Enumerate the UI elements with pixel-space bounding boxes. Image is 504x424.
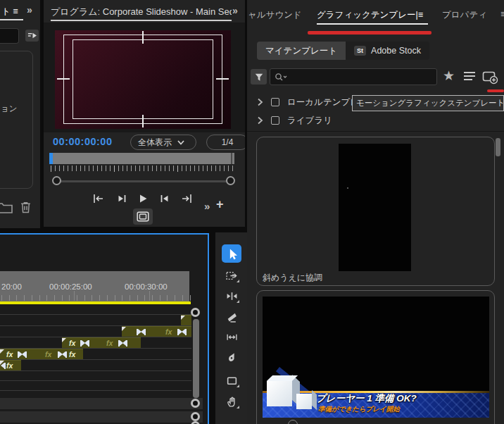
tree-checkbox[interactable] (271, 116, 279, 125)
ruler-tick (182, 295, 183, 301)
selection-tool[interactable] (222, 244, 241, 263)
transition-icon[interactable] (80, 340, 89, 347)
panel-scrollbar[interactable] (496, 138, 500, 156)
more-buttons-chevron[interactable]: » (204, 200, 208, 212)
razor-tool[interactable] (222, 307, 241, 325)
transition-icon[interactable] (18, 351, 27, 358)
viewer-zoom-scrollbar[interactable] (56, 180, 231, 182)
template-search-box[interactable] (270, 68, 437, 85)
tab-essential-sound-fragment[interactable]: ャルサウンド (248, 9, 302, 21)
favorites-star-icon[interactable]: ★ (443, 68, 455, 84)
panel-divider (209, 232, 215, 424)
timeline-clip[interactable]: fxfx (62, 337, 141, 348)
project-tab-fragment[interactable]: ト ≡ (1, 6, 18, 18)
adobe-stock-badge: St (354, 46, 366, 56)
jump-to-in-button[interactable] (92, 192, 105, 205)
scroll-zoom-handle[interactable] (191, 399, 200, 408)
timeline-clip[interactable]: fx (122, 326, 191, 337)
red-annotation-underline-install (487, 89, 504, 92)
ruler-tick (175, 295, 175, 301)
panel-overflow-chevron[interactable]: » (27, 4, 31, 15)
chevron-right-icon[interactable] (257, 98, 263, 106)
zoom-fit-value: 全体表示 (138, 137, 172, 149)
ruler-tick (169, 166, 170, 171)
new-bin-folder-icon[interactable] (0, 201, 13, 216)
adobe-stock-segment[interactable]: St Adobe Stock (346, 42, 429, 60)
zoom-handle-right[interactable] (226, 176, 235, 185)
zoom-fit-dropdown[interactable]: 全体表示 (130, 135, 196, 150)
ripple-edit-icon (226, 290, 238, 302)
program-monitor-title[interactable]: プログラム: Corporate Slideshow - Main Sequen… (51, 6, 232, 18)
play-button[interactable] (137, 192, 149, 205)
panel-overflow-chevron[interactable]: » (232, 5, 237, 16)
project-item-cell[interactable] (0, 51, 33, 189)
transition-icon[interactable] (177, 329, 187, 335)
hand-tool[interactable] (222, 392, 241, 411)
tab-properties[interactable]: プロパティ (442, 9, 487, 21)
transition-icon[interactable] (0, 363, 6, 369)
ruler-tick (59, 166, 60, 171)
fx-badge[interactable]: fx (106, 339, 113, 347)
timeline-lower-strip[interactable] (0, 398, 203, 409)
pen-tool[interactable] (222, 348, 241, 366)
tree-item-libraries[interactable]: ライブラリ (247, 112, 504, 129)
program-playhead[interactable] (49, 153, 53, 164)
timeline-clip[interactable] (181, 315, 191, 325)
track-separator (0, 370, 191, 371)
template-card[interactable]: 斜めうえに協調 (256, 137, 495, 286)
transition-icon[interactable] (118, 340, 127, 347)
install-template-button[interactable] (481, 69, 500, 86)
timeline-clip[interactable]: fxfxfx (0, 349, 83, 359)
fx-badge[interactable]: fx (6, 361, 13, 370)
fx-badge[interactable]: fx (6, 350, 13, 358)
ruler-tick (186, 166, 187, 171)
fx-badge[interactable]: fx (69, 350, 75, 358)
safe-margins-button[interactable] (133, 208, 153, 225)
tree-checkbox[interactable] (271, 98, 279, 106)
rectangle-tool[interactable] (222, 371, 241, 389)
filter-funnel-button[interactable] (251, 69, 267, 85)
jump-to-out-button[interactable] (180, 192, 193, 205)
ruler-tick (130, 295, 130, 301)
sort-list-icon[interactable] (464, 72, 475, 82)
step-forward-button[interactable] (158, 192, 171, 205)
ripple-edit-tool[interactable] (222, 287, 241, 305)
playback-resolution-dropdown[interactable]: 1/4 (206, 135, 245, 150)
video-frame (55, 30, 231, 129)
program-monitor-panel: プログラム: Corporate Slideshow - Main Sequen… (44, 0, 245, 227)
transition-icon[interactable] (58, 351, 67, 358)
my-templates-segment[interactable]: マイテンプレート (257, 42, 346, 60)
fx-badge[interactable]: fx (45, 350, 51, 358)
flyout-indicator (237, 406, 239, 409)
template-card[interactable]: プレーヤー 1 準備 OK? 準備ができたらプレイ開始 (256, 290, 495, 424)
ruler-tick (228, 166, 229, 171)
flyout-indicator (237, 280, 239, 282)
program-scrub-bar[interactable] (49, 153, 234, 164)
zoom-handle-left[interactable] (52, 176, 61, 185)
panel-divider[interactable] (40, 0, 44, 233)
chevron-right-icon[interactable] (257, 116, 263, 125)
project-search-field-partial[interactable] (0, 28, 19, 44)
scroll-zoom-handle[interactable] (191, 412, 200, 421)
slip-tool[interactable] (222, 328, 241, 346)
timeline-horizontal-scrollbar[interactable] (0, 411, 203, 423)
tab-graphics-templates[interactable]: グラフィックテンプレー|≡ (317, 9, 423, 21)
ruler-tick (173, 166, 174, 171)
tab-overflow-fragment[interactable]: ≡ (500, 9, 504, 19)
search-input[interactable] (288, 72, 422, 82)
ruler-tick (190, 295, 191, 301)
list-play-icon[interactable] (25, 30, 39, 42)
timeline-clip[interactable]: fx (0, 360, 21, 370)
timecode-display[interactable]: 00:00:00:00 (53, 136, 113, 147)
step-back-button[interactable] (115, 192, 128, 205)
ruler-tick (115, 295, 115, 301)
fx-badge[interactable]: fx (165, 328, 172, 336)
transition-icon[interactable] (137, 329, 146, 335)
timeline-vertical-scrollbar[interactable] (193, 319, 199, 398)
fx-badge[interactable]: fx (69, 339, 75, 347)
trash-icon[interactable] (20, 201, 32, 216)
scroll-zoom-handle[interactable] (191, 308, 200, 317)
timeline-ruler[interactable]: 20:0000:00:25:0000:00:30:00 (0, 271, 189, 301)
button-editor-plus[interactable]: + (216, 197, 224, 212)
track-select-forward-tool[interactable] (222, 266, 241, 285)
